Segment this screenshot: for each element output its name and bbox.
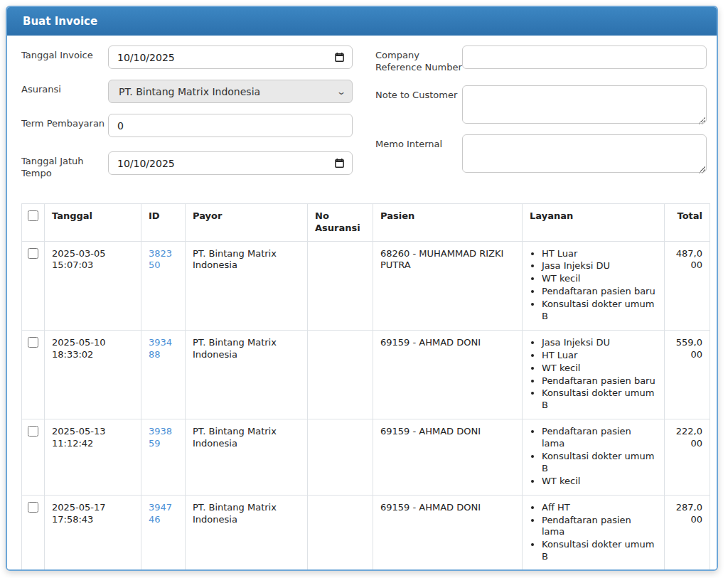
col-header-total: Total	[665, 203, 710, 241]
table-row: 2025-05-10 18:33:02 393488 PT. Bintang M…	[22, 330, 710, 419]
col-header-layanan: Layanan	[523, 203, 665, 241]
transaction-id-link[interactable]: 393488	[149, 337, 172, 360]
layanan-item: WT kecil	[542, 363, 657, 375]
company-reference-number-input[interactable]	[462, 46, 707, 69]
cell-no-asuransi	[308, 495, 373, 570]
table-row: 2025-03-05 15:07:03 382350 PT. Bintang M…	[22, 241, 710, 330]
asuransi-select[interactable]: PT. Bintang Matrix Indonesia ⌄	[108, 80, 353, 103]
table-header-row: Tanggal ID Payor No Asuransi Pasien Laya…	[22, 203, 710, 241]
cell-tanggal: 2025-05-10 18:33:02	[45, 330, 141, 419]
cell-total: 487,000	[665, 241, 710, 330]
cell-no-asuransi	[308, 419, 373, 495]
col-header-payor: Payor	[186, 203, 308, 241]
dialog-body: Tanggal Invoice	[7, 36, 717, 571]
row-checkbox[interactable]	[28, 248, 38, 259]
row-checkbox[interactable]	[28, 502, 38, 513]
cell-tanggal: 2025-05-17 17:58:43	[45, 495, 141, 570]
field-note-to-customer: Note to Customer	[375, 85, 707, 126]
tanggal-jatuh-tempo-input[interactable]	[109, 152, 334, 174]
transaction-id-link[interactable]: 393859	[149, 426, 172, 449]
cell-payor: PT. Bintang Matrix Indonesia	[186, 419, 308, 495]
cell-total: 222,000	[665, 419, 710, 495]
memo-internal-label: Memo Internal	[375, 134, 462, 151]
asuransi-selected-value: PT. Bintang Matrix Indonesia	[119, 86, 338, 97]
layanan-item: WT kecil	[542, 476, 657, 488]
cell-pasien: 68260 - MUHAMMAD RIZKI PUTRA	[373, 241, 523, 330]
layanan-item: Konsultasi dokter umum B	[542, 539, 657, 563]
term-pembayaran-label: Term Pembayaran	[21, 114, 108, 130]
form-left-column: Tanggal Invoice	[21, 46, 353, 191]
chevron-down-icon: ⌄	[336, 87, 346, 97]
layanan-item: Jasa Injeksi DU	[542, 260, 657, 272]
cell-pasien: 69159 - AHMAD DONI	[373, 495, 523, 570]
layanan-item: Konsultasi dokter umum B	[542, 299, 657, 323]
field-memo-internal: Memo Internal	[375, 134, 707, 175]
memo-internal-textarea[interactable]	[462, 134, 707, 173]
cell-layanan: HT Luar Jasa Injeksi DU WT kecil Pendaft…	[523, 241, 665, 330]
cell-payor: PT. Bintang Matrix Indonesia	[186, 241, 308, 330]
buat-invoice-dialog: Buat Invoice Tanggal Invoice	[6, 6, 718, 571]
cell-layanan: Jasa Injeksi DU HT Luar WT kecil Pendaft…	[523, 330, 665, 419]
cell-tanggal: 2025-03-05 15:07:03	[45, 241, 141, 330]
field-tanggal-invoice: Tanggal Invoice	[21, 46, 353, 69]
term-pembayaran-input[interactable]	[108, 114, 353, 137]
layanan-item: Aff HT	[542, 502, 657, 514]
transaction-id-link[interactable]: 382350	[149, 248, 172, 271]
field-tanggal-jatuh-tempo: Tanggal Jatuh Tempo	[21, 151, 353, 180]
layanan-item: Pendaftaran pasien baru	[542, 375, 657, 387]
col-header-id: ID	[141, 203, 186, 241]
company-reference-number-label: Company Reference Number	[375, 46, 462, 74]
transactions-table: Tanggal ID Payor No Asuransi Pasien Laya…	[21, 203, 710, 571]
cell-layanan: Pendaftaran pasien lama Konsultasi dokte…	[523, 419, 665, 495]
calendar-icon[interactable]	[334, 158, 345, 168]
cell-tanggal: 2025-05-13 11:12:42	[45, 419, 141, 495]
cell-payor: PT. Bintang Matrix Indonesia	[186, 330, 308, 419]
row-checkbox[interactable]	[28, 426, 38, 437]
dialog-title: Buat Invoice	[23, 15, 97, 28]
select-all-checkbox[interactable]	[28, 210, 38, 221]
tanggal-jatuh-tempo-label: Tanggal Jatuh Tempo	[21, 151, 108, 180]
layanan-item: HT Luar	[542, 350, 657, 362]
transaction-id-link[interactable]: 394746	[149, 502, 172, 525]
layanan-item: Konsultasi dokter umum B	[542, 387, 657, 412]
layanan-item: Konsultasi dokter umum B	[542, 451, 657, 475]
cell-payor: PT. Bintang Matrix Indonesia	[186, 495, 308, 570]
calendar-icon[interactable]	[334, 52, 345, 63]
col-header-pasien: Pasien	[373, 203, 523, 241]
cell-pasien: 69159 - AHMAD DONI	[373, 330, 523, 419]
note-to-customer-textarea[interactable]	[462, 85, 707, 124]
table-row: 2025-05-13 11:12:42 393859 PT. Bintang M…	[22, 419, 710, 495]
layanan-item: Pendaftaran pasien lama	[542, 515, 657, 539]
cell-total: 559,000	[665, 330, 710, 419]
asuransi-label: Asuransi	[21, 80, 108, 96]
form-right-column: Company Reference Number Note to Custome…	[375, 46, 707, 191]
layanan-item: HT Luar	[542, 248, 657, 260]
tanggal-invoice-input-wrap	[108, 46, 353, 69]
col-header-no-asuransi: No Asuransi	[308, 203, 373, 241]
cell-no-asuransi	[308, 241, 373, 330]
tanggal-invoice-input[interactable]	[109, 46, 334, 68]
cell-layanan: Aff HT Pendaftaran pasien lama Konsultas…	[523, 495, 665, 570]
cell-no-asuransi	[308, 330, 373, 419]
layanan-item: WT kecil	[542, 273, 657, 285]
field-term-pembayaran: Term Pembayaran	[21, 114, 353, 137]
layanan-item: Pendaftaran pasien lama	[542, 426, 657, 450]
field-company-reference-number: Company Reference Number	[375, 46, 707, 74]
layanan-item: Pendaftaran pasien baru	[542, 286, 657, 298]
dialog-header: Buat Invoice	[7, 7, 717, 36]
tanggal-invoice-label: Tanggal Invoice	[21, 46, 108, 62]
tanggal-jatuh-tempo-input-wrap	[108, 151, 353, 175]
note-to-customer-label: Note to Customer	[375, 85, 462, 102]
row-checkbox[interactable]	[28, 337, 38, 348]
cell-total: 287,000	[665, 495, 710, 570]
invoice-form: Tanggal Invoice	[21, 46, 707, 191]
field-asuransi: Asuransi PT. Bintang Matrix Indonesia ⌄	[21, 80, 353, 103]
cell-pasien: 69159 - AHMAD DONI	[373, 419, 523, 495]
col-header-tanggal: Tanggal	[45, 203, 141, 241]
table-row: 2025-05-17 17:58:43 394746 PT. Bintang M…	[22, 495, 710, 570]
layanan-item: Jasa Injeksi DU	[542, 337, 657, 349]
